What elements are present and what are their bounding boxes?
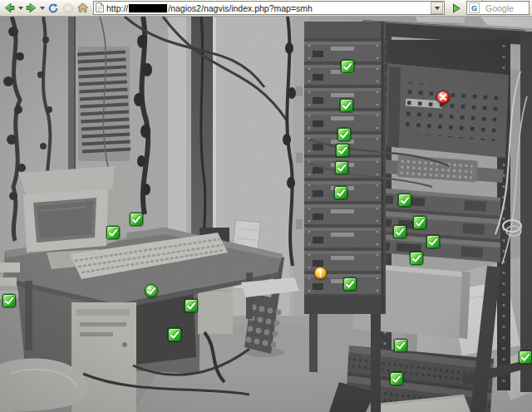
address-text: http:///nagios2/nagvis/index.php?map=smh (106, 3, 431, 13)
forward-button[interactable] (24, 1, 38, 15)
map-status-icon-ok[interactable] (343, 277, 357, 291)
nagvis-map-viewport (0, 17, 532, 412)
map-status-icon-ok[interactable] (130, 213, 143, 226)
map-status-icon-ok[interactable] (168, 328, 181, 341)
redacted-host (129, 4, 167, 12)
chevron-down-icon (435, 7, 440, 10)
map-status-icon-ok[interactable] (337, 128, 351, 141)
map-status-icon-ok[interactable] (410, 252, 423, 265)
map-status-icon-ok[interactable] (340, 99, 353, 112)
map-status-icon-ok[interactable] (390, 372, 403, 385)
page-icon (96, 1, 104, 16)
browser-window: http:///nagios2/nagvis/index.php?map=smh… (0, 0, 532, 412)
go-arrow-icon (451, 2, 462, 14)
map-status-icon-ok[interactable] (106, 226, 120, 239)
map-status-icon-ok[interactable] (413, 216, 426, 229)
address-bar[interactable]: http:///nagios2/nagvis/index.php?map=smh (93, 1, 445, 15)
map-status-icon-ok[interactable] (341, 60, 354, 73)
map-status-icon-ok[interactable] (519, 351, 532, 364)
back-arrow-icon (3, 2, 16, 14)
url-path: /nagios2/nagvis/index.php?map=smh (168, 3, 313, 13)
url-scheme: http:// (106, 3, 128, 13)
stop-x-icon (62, 2, 74, 14)
go-button[interactable] (449, 1, 464, 15)
map-status-icon-ok[interactable] (185, 299, 198, 312)
stop-button (61, 1, 75, 15)
map-status-icon-ok[interactable] (334, 186, 347, 199)
chevron-down-icon (40, 7, 45, 10)
reload-button[interactable] (46, 1, 60, 15)
reload-circular-icon (47, 2, 59, 14)
house-icon (76, 2, 89, 14)
google-g-icon[interactable]: G (469, 2, 480, 13)
search-engine-dropdown[interactable] (480, 1, 484, 16)
map-status-icon-ok[interactable] (336, 144, 349, 157)
map-status-icon-warning[interactable] (314, 267, 327, 279)
home-button[interactable] (76, 1, 90, 15)
status-icon-layer (0, 17, 532, 412)
search-box[interactable]: G Google (466, 1, 530, 15)
forward-dropdown-button[interactable] (39, 2, 45, 15)
map-status-icon-ok[interactable] (426, 235, 440, 248)
search-placeholder: Google (485, 3, 514, 13)
map-status-icon-ok[interactable] (394, 339, 407, 352)
forward-arrow-icon (25, 2, 37, 14)
back-dropdown-button[interactable] (17, 2, 23, 15)
navigation-toolbar: http:///nagios2/nagvis/index.php?map=smh… (0, 0, 532, 17)
address-dropdown-button[interactable] (431, 2, 443, 14)
chevron-down-icon (480, 0, 484, 15)
map-status-icon-ok[interactable] (2, 294, 16, 307)
map-status-icon-ok[interactable] (335, 161, 348, 174)
map-status-icon-ok[interactable] (393, 225, 406, 238)
map-status-icon-critical[interactable] (436, 91, 450, 104)
map-status-icon-ok-round[interactable] (145, 284, 158, 297)
back-button[interactable] (2, 1, 17, 15)
map-status-icon-ok[interactable] (398, 194, 411, 207)
chevron-down-icon (18, 7, 23, 10)
